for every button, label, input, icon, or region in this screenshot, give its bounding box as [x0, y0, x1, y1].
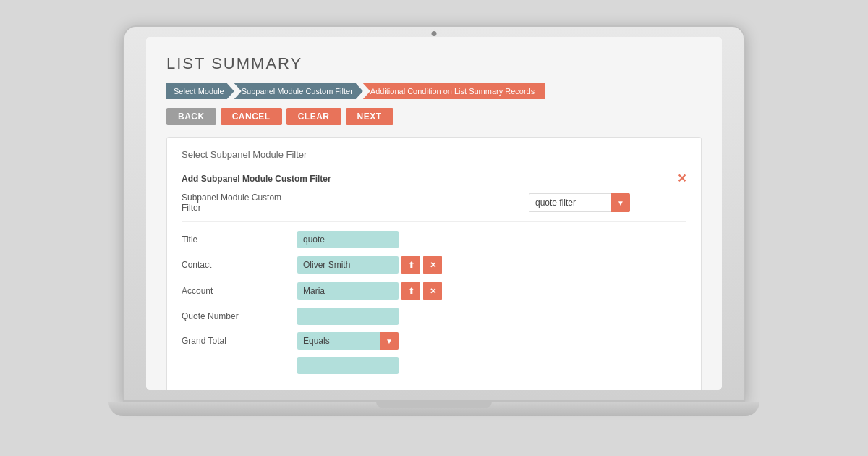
breadcrumb-item-additional-condition[interactable]: Additional Condition on List Summary Rec…: [363, 83, 545, 99]
page-title: LIST SUMMARY: [166, 54, 702, 73]
grand-total-value-row: [182, 357, 686, 374]
account-input[interactable]: [297, 282, 399, 300]
breadcrumb-label-additional-condition: Additional Condition on List Summary Rec…: [370, 87, 535, 96]
filter-label: Subpanel Module Custom Filter: [182, 193, 297, 213]
back-button[interactable]: BACK: [166, 108, 216, 125]
contact-row: Contact ⬆ ✕: [182, 256, 686, 274]
filter-select-row: Subpanel Module Custom Filter quote filt…: [182, 193, 686, 213]
contact-input[interactable]: [297, 256, 399, 274]
breadcrumb-label-select-module: Select Module: [174, 87, 224, 96]
laptop-base: [109, 402, 760, 416]
contact-select-button[interactable]: ⬆: [401, 256, 420, 274]
title-input[interactable]: [297, 231, 399, 248]
fields-section: Title Contact ⬆ ✕ Account: [182, 221, 686, 374]
account-select-button[interactable]: ⬆: [401, 282, 420, 300]
screen-content: LIST SUMMARY Select Module Subpanel Modu…: [146, 37, 722, 390]
add-filter-row: Add Subpanel Module Custom Filter ✕: [182, 172, 686, 185]
screen-bezel: LIST SUMMARY Select Module Subpanel Modu…: [146, 37, 722, 390]
breadcrumb-label-subpanel-filter: Subpanel Module Custom Filter: [242, 87, 353, 96]
breadcrumb-item-select-module[interactable]: Select Module: [166, 83, 234, 99]
title-row: Title: [182, 231, 686, 248]
breadcrumb: Select Module Subpanel Module Custom Fil…: [166, 83, 702, 99]
next-button[interactable]: NEXT: [346, 108, 393, 125]
account-delete-button[interactable]: ✕: [423, 282, 442, 300]
main-panel: Select Subpanel Module Filter Add Subpan…: [166, 137, 702, 390]
laptop-camera: [432, 31, 437, 36]
filter-select-wrapper: quote filter contact filter account filt…: [529, 193, 630, 212]
grand-total-label: Grand Total: [182, 336, 297, 346]
contact-label: Contact: [182, 260, 297, 270]
quote-number-label: Quote Number: [182, 311, 297, 321]
grand-total-value-input[interactable]: [297, 357, 399, 374]
quote-number-input[interactable]: [297, 308, 399, 325]
contact-delete-button[interactable]: ✕: [423, 256, 442, 274]
add-filter-label: Add Subpanel Module Custom Filter: [182, 174, 402, 184]
delete-filter-icon[interactable]: ✕: [677, 172, 686, 185]
panel-title: Select Subpanel Module Filter: [182, 149, 686, 160]
grand-total-row: Grand Total Equals Greater Than Less Tha…: [182, 332, 686, 350]
quote-number-row: Quote Number: [182, 308, 686, 325]
cancel-button[interactable]: CANCEL: [221, 108, 282, 125]
grand-total-operator-wrapper: Equals Greater Than Less Than ▼: [297, 332, 399, 350]
filter-select[interactable]: quote filter contact filter account filt…: [529, 193, 630, 212]
action-buttons: BACK CANCEL CLEAR NEXT: [166, 108, 702, 125]
account-label: Account: [182, 286, 297, 296]
account-row: Account ⬆ ✕: [182, 282, 686, 300]
grand-total-operator-select[interactable]: Equals Greater Than Less Than: [297, 332, 399, 350]
title-label: Title: [182, 235, 297, 245]
breadcrumb-item-subpanel-filter[interactable]: Subpanel Module Custom Filter: [234, 83, 363, 99]
clear-button[interactable]: CLEAR: [286, 108, 341, 125]
